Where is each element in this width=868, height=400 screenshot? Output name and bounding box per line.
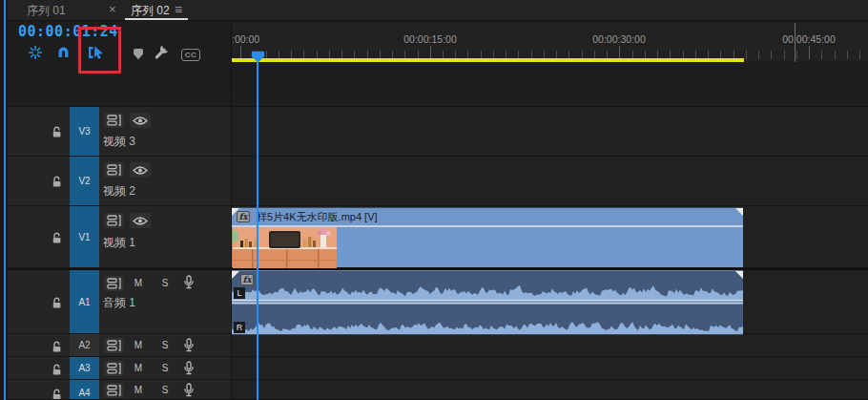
solo-button[interactable]: S [158,278,172,288]
ruler-label: :00:00 [232,33,259,45]
source-patch-icon[interactable] [104,162,124,178]
toggle-track-output-icon[interactable] [130,113,151,128]
active-tab-underline [125,18,188,20]
track-target-a3[interactable]: A3 [70,357,99,379]
playhead-marker[interactable] [251,50,265,67]
nested-sequence-icon[interactable] [27,44,44,61]
source-patch-icon[interactable] [104,361,124,376]
track-header-a3: A3 M S [8,357,231,380]
captions-icon[interactable]: CC [182,46,199,63]
clip-title: 样5片4K无水印版.mp4 [V] [232,208,743,225]
close-icon[interactable]: × [109,2,116,16]
track-header-v2: V2 视频 2 [8,157,231,206]
time-ruler[interactable]: :00:00 00:00:15:00 00:00:30:00 00:00:45:… [232,22,868,62]
ruler-label: 00:00:15:00 [373,33,487,45]
track-name[interactable]: 视频 1 [103,235,135,251]
track-name[interactable]: 视频 2 [103,183,135,200]
track-name[interactable]: 音频 1 [103,295,135,311]
track-header-v1: V1 视频 1 [8,206,231,268]
track-lane-a3[interactable] [232,357,868,380]
panel-focus-border [4,0,6,400]
lock-icon[interactable] [52,175,63,187]
tab-sequence-02[interactable]: 序列 02 [131,3,170,19]
mute-button[interactable]: M [132,340,145,350]
source-patch-icon[interactable] [104,338,124,353]
panel-tab-bar: 序列 01 × 序列 02 ≡ [0,0,868,21]
track-lane-v2[interactable] [232,157,868,206]
ruler-label: 00:00:30:00 [562,33,676,45]
mute-button[interactable]: M [132,385,145,395]
solo-button[interactable]: S [158,385,172,395]
lock-icon[interactable] [52,125,63,137]
track-target-a2[interactable]: A2 [70,334,99,356]
fx-badge-icon: fx [240,274,254,285]
toggle-track-output-icon[interactable] [130,162,151,178]
source-patch-icon[interactable] [104,383,124,398]
track-target-a4[interactable]: A4 [70,380,99,399]
video-clip[interactable]: 样5片4K无水印版.mp4 [V] fx [232,207,743,267]
audio-clip[interactable]: fx L R [232,270,743,334]
track-header-spacer [8,95,231,107]
mute-button[interactable]: M [132,278,145,288]
clip-thumbnail [233,227,337,268]
tab-sequence-01[interactable]: 序列 01 [27,3,66,19]
lock-icon[interactable] [52,231,63,243]
track-header-a2: A2 M S [8,334,231,357]
voiceover-record-icon[interactable] [183,361,195,375]
voiceover-record-icon[interactable] [183,383,195,397]
ruler-label: 00:00:45:00 [752,33,866,45]
lock-icon[interactable] [52,296,63,308]
track-lane [232,95,868,107]
add-marker-icon[interactable] [130,45,147,62]
track-name[interactable]: 视频 3 [103,134,135,150]
track-target-v1[interactable]: V1 [70,206,99,267]
mute-button[interactable]: M [132,363,145,373]
source-patch-icon[interactable] [104,213,124,228]
track-lane-v3[interactable] [232,107,868,157]
source-patch-icon[interactable] [104,276,124,291]
track-target-a1[interactable]: A1 [70,270,99,333]
toggle-track-output-icon[interactable] [130,213,151,228]
panel-menu-icon[interactable]: ≡ [175,2,183,17]
solo-button[interactable]: S [158,363,172,373]
lock-icon[interactable] [52,363,63,375]
track-lane-a4[interactable] [232,380,868,400]
fx-badge-icon: fx [237,211,250,222]
sequence-end-marker [795,23,796,62]
track-target-v3[interactable]: V3 [70,107,99,156]
track-lane-a2[interactable] [232,334,868,357]
voiceover-record-icon[interactable] [183,275,195,289]
track-header-v3: V3 视频 3 [8,107,231,157]
solo-button[interactable]: S [158,340,172,350]
audio-waveform [232,271,743,335]
timeline-settings-icon[interactable] [153,43,170,60]
source-patch-icon[interactable] [104,113,124,128]
lock-icon[interactable] [52,340,63,352]
track-header-a4: A4 M S [8,380,231,400]
voiceover-record-icon[interactable] [183,338,195,352]
playhead-line[interactable] [257,57,258,400]
track-target-v2[interactable]: V2 [70,157,99,205]
work-area-bar[interactable] [232,58,744,62]
lock-icon[interactable] [52,388,63,400]
snap-icon[interactable] [54,44,72,61]
timeline-panel: 序列 01 × 序列 02 ≡ 00:00:01:24 CC :00:00 00… [0,0,868,400]
highlight-box [78,27,121,74]
track-header-a1: A1 M S 音频 1 [8,270,231,334]
channel-right-badge: R [234,322,245,333]
channel-left-badge: L [234,287,245,299]
